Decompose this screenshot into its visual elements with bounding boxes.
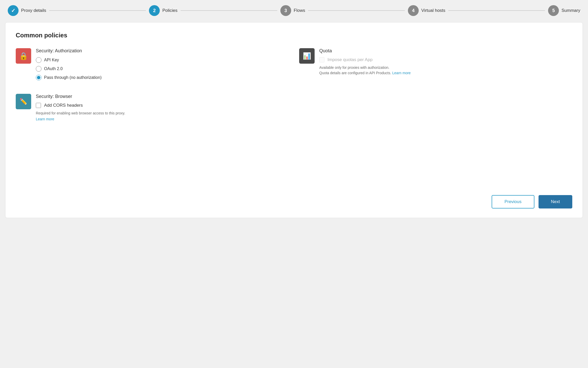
- quota-description: Available only for proxies with authoriz…: [319, 65, 572, 76]
- cors-checkbox-option[interactable]: Add CORS headers: [36, 103, 572, 108]
- quota-section: 📊 Quota Impose quotas per App Available …: [299, 48, 572, 83]
- cors-checkbox-label: Add CORS headers: [44, 103, 83, 108]
- next-button[interactable]: Next: [539, 195, 572, 208]
- security-auth-icon: 🔒: [16, 48, 31, 64]
- step-label-flows: Flows: [294, 8, 305, 13]
- previous-button[interactable]: Previous: [492, 195, 534, 208]
- oauth-radio[interactable]: [36, 66, 41, 72]
- quota-icon: 📊: [299, 48, 315, 64]
- pass-through-label: Pass through (no authorization): [44, 75, 102, 80]
- cors-learn-more-link[interactable]: Learn more: [36, 117, 572, 121]
- step-circle-policies: 2: [149, 5, 160, 16]
- api-key-label: API Key: [44, 58, 59, 62]
- security-auth-title: Security: Authorization: [36, 48, 289, 54]
- step-number-policies: 2: [153, 8, 156, 13]
- step-number-flows: 3: [284, 8, 287, 13]
- quota-checkbox[interactable]: [319, 57, 324, 62]
- step-flows: 3 Flows: [280, 5, 305, 16]
- top-policy-row: 🔒 Security: Authorization API Key OAuth …: [16, 48, 572, 83]
- oauth-option[interactable]: OAuth 2.0: [36, 66, 289, 72]
- step-circle-proxy-details: ✓: [8, 5, 19, 16]
- lock-icon: 🔒: [19, 52, 28, 60]
- pen-icon: ✏️: [20, 98, 27, 105]
- step-connector-2: [181, 10, 277, 11]
- step-circle-summary: 5: [548, 5, 559, 16]
- pass-through-option[interactable]: Pass through (no authorization): [36, 75, 289, 80]
- security-auth-content: Security: Authorization API Key OAuth 2.…: [36, 48, 289, 83]
- step-number-virtual-hosts: 4: [412, 8, 415, 13]
- step-connector-1: [49, 10, 146, 11]
- api-key-option[interactable]: API Key: [36, 57, 289, 63]
- step-label-policies: Policies: [162, 8, 178, 13]
- step-policies: 2 Policies: [149, 5, 178, 16]
- quota-checkbox-option[interactable]: Impose quotas per App: [319, 57, 572, 62]
- api-key-radio[interactable]: [36, 57, 41, 63]
- security-auth-section: 🔒 Security: Authorization API Key OAuth …: [16, 48, 289, 83]
- step-number-summary: 5: [552, 8, 555, 13]
- card-footer: Previous Next: [492, 195, 572, 208]
- pass-through-radio[interactable]: [36, 75, 41, 80]
- stepper: ✓ Proxy details 2 Policies 3 Flows 4 Vir…: [5, 5, 583, 16]
- step-circle-virtual-hosts: 4: [408, 5, 419, 16]
- quota-content: Quota Impose quotas per App Available on…: [319, 48, 572, 83]
- step-connector-3: [308, 10, 405, 11]
- bottom-policy-row: ✏️ Security: Browser Add CORS headers Re…: [16, 94, 572, 121]
- quota-learn-more-link[interactable]: Learn more: [392, 71, 411, 75]
- step-label-virtual-hosts: Virtual hosts: [421, 8, 445, 13]
- security-browser-content: Security: Browser Add CORS headers Requi…: [36, 94, 572, 121]
- top-policies-grid: 🔒 Security: Authorization API Key OAuth …: [16, 48, 572, 83]
- chart-icon: 📊: [303, 52, 311, 60]
- step-summary: 5 Summary: [548, 5, 580, 16]
- main-card: Common policies 🔒 Security: Authorizatio…: [5, 22, 583, 218]
- cors-checkbox[interactable]: [36, 103, 41, 108]
- security-browser-title: Security: Browser: [36, 94, 572, 99]
- security-browser-icon: ✏️: [16, 94, 31, 109]
- step-connector-4: [448, 10, 545, 11]
- step-label-summary: Summary: [561, 8, 580, 13]
- step-proxy-details: ✓ Proxy details: [8, 5, 46, 16]
- card-title: Common policies: [16, 32, 572, 39]
- quota-title: Quota: [319, 48, 572, 54]
- step-label-proxy-details: Proxy details: [21, 8, 46, 13]
- quota-checkbox-label: Impose quotas per App: [327, 57, 373, 62]
- step-virtual-hosts: 4 Virtual hosts: [408, 5, 445, 16]
- step-circle-flows: 3: [280, 5, 291, 16]
- check-icon: ✓: [11, 7, 15, 14]
- oauth-label: OAuth 2.0: [44, 66, 63, 71]
- cors-description: Required for enabling web browser access…: [36, 111, 572, 116]
- security-browser-section: ✏️ Security: Browser Add CORS headers Re…: [16, 94, 572, 121]
